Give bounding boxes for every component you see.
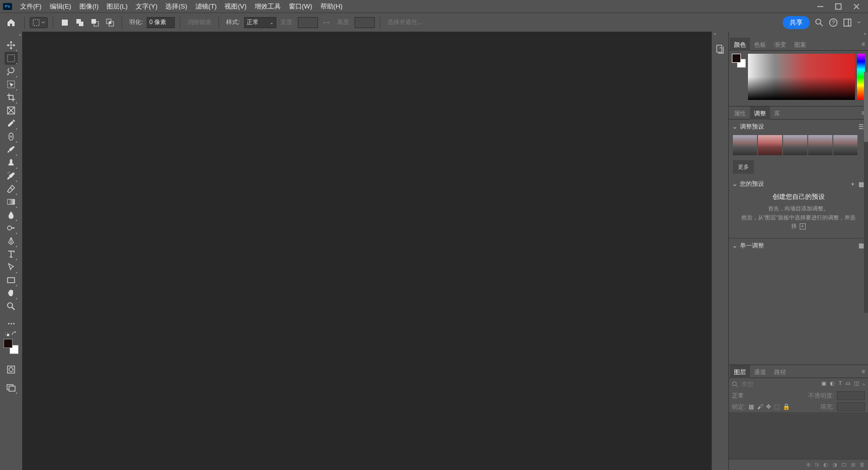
tab-library[interactable]: 库 [770, 106, 784, 120]
tab-channels[interactable]: 通道 [750, 365, 770, 378]
filter-adjust-icon[interactable]: ◐ [830, 380, 835, 388]
menu-help[interactable]: 帮助(H) [316, 0, 347, 13]
menu-filter[interactable]: 滤镜(T) [191, 0, 221, 13]
preset-thumb[interactable] [783, 135, 807, 155]
quickmask-tool[interactable] [5, 363, 18, 376]
toolbar-expand-handle[interactable]: » [0, 33, 22, 39]
lock-artboard-icon[interactable]: ⬚ [774, 403, 780, 410]
crop-tool[interactable] [5, 91, 18, 104]
tab-swatches[interactable]: 色板 [750, 38, 770, 51]
tab-properties[interactable]: 属性 [730, 106, 750, 120]
more-presets-button[interactable]: 更多 [733, 160, 754, 174]
foreground-swatch[interactable] [4, 339, 13, 348]
minimize-icon[interactable] [817, 3, 824, 10]
style-select[interactable]: 正常⌄ [244, 17, 276, 28]
tab-gradients[interactable]: 渐变 [770, 38, 790, 51]
current-tool-dropdown[interactable] [30, 17, 48, 28]
chevron-down-icon[interactable] [857, 21, 861, 25]
screenmode-tool[interactable] [5, 381, 18, 394]
menu-window[interactable]: 窗口(W) [285, 0, 316, 13]
panel-menu-icon[interactable]: ≡ [861, 41, 865, 48]
help-icon[interactable]: ? [829, 18, 838, 27]
close-icon[interactable] [853, 3, 860, 10]
single-adjustment-header[interactable]: ⌄ 单一调整 ▦ [733, 242, 864, 250]
history-brush-tool[interactable] [5, 169, 18, 182]
filter-pixel-icon[interactable]: ▣ [821, 380, 826, 388]
filter-type-icon[interactable]: T [838, 380, 842, 388]
panel-collapse-handle[interactable]: » [729, 32, 868, 38]
fill-input[interactable] [837, 402, 865, 411]
share-button[interactable]: 共享 [783, 16, 810, 29]
preset-thumb[interactable] [733, 135, 757, 155]
menu-plugins[interactable]: 增效工具 [251, 0, 285, 13]
color-field[interactable] [748, 54, 855, 100]
layer-search-input[interactable] [741, 381, 818, 388]
filter-shape-icon[interactable]: ▭ [845, 380, 850, 388]
filter-toggle-icon[interactable]: ◦ [862, 380, 865, 388]
delete-layer-icon[interactable]: 🗑 [859, 461, 865, 468]
selection-add-icon[interactable] [75, 18, 85, 28]
frame-tool[interactable] [5, 104, 18, 117]
mask-icon[interactable]: ◐ [823, 461, 828, 468]
add-preset-icon[interactable]: + [851, 181, 854, 188]
move-tool[interactable] [5, 39, 18, 52]
workspace-icon[interactable] [843, 18, 852, 27]
list-view-icon[interactable]: ☰ [858, 124, 864, 131]
swap-colors-icon[interactable] [4, 330, 19, 338]
tab-adjustments[interactable]: 调整 [750, 106, 770, 120]
new-layer-icon[interactable]: ⊞ [851, 461, 855, 468]
blur-tool[interactable] [5, 208, 18, 221]
healing-brush-tool[interactable] [5, 130, 18, 143]
menu-file[interactable]: 文件(F) [16, 0, 46, 13]
fx-icon[interactable]: fx [815, 461, 819, 468]
brush-tool[interactable] [5, 143, 18, 156]
marquee-tool[interactable] [5, 52, 18, 65]
lock-pixels-icon[interactable]: 🖌 [757, 403, 763, 410]
maximize-icon[interactable] [835, 3, 842, 10]
selection-new-icon[interactable] [60, 18, 70, 28]
fgbg-swatch[interactable] [4, 339, 19, 354]
grid-view-icon[interactable]: ▦ [858, 181, 864, 188]
blend-mode-select[interactable]: 正常 [732, 392, 805, 400]
color-fgbg-swatch[interactable] [732, 54, 746, 68]
type-tool[interactable] [5, 248, 18, 261]
collapse-handle[interactable]: « [712, 32, 728, 38]
zoom-tool[interactable] [5, 300, 18, 313]
lock-all-icon[interactable]: 🔒 [783, 403, 790, 410]
hand-tool[interactable] [5, 287, 18, 300]
preset-thumb[interactable] [808, 135, 832, 155]
panel-scrollbar[interactable] [864, 72, 868, 313]
link-layers-icon[interactable]: ⊕ [806, 461, 811, 468]
object-select-tool[interactable] [5, 78, 18, 91]
home-button[interactable] [3, 15, 19, 30]
tab-paths[interactable]: 路径 [770, 365, 790, 378]
foreground-swatch-mini[interactable] [732, 54, 741, 63]
panel-menu-icon[interactable]: ≡ [861, 368, 865, 375]
lasso-tool[interactable] [5, 65, 18, 78]
feather-input[interactable] [147, 17, 175, 28]
tab-color[interactable]: 颜色 [730, 38, 750, 51]
tab-patterns[interactable]: 图案 [790, 38, 810, 51]
search-icon[interactable] [815, 18, 824, 27]
history-panel-icon[interactable] [714, 43, 727, 56]
lock-position-icon[interactable]: ✥ [766, 403, 771, 410]
selection-intersect-icon[interactable] [105, 18, 115, 28]
eyedropper-tool[interactable] [5, 117, 18, 130]
your-presets-header[interactable]: ⌄ 您的预设 + ▦ [733, 180, 864, 188]
rectangle-tool[interactable] [5, 274, 18, 287]
selection-subtract-icon[interactable] [90, 18, 100, 28]
eraser-tool[interactable] [5, 182, 18, 195]
edit-toolbar[interactable] [5, 317, 18, 330]
preset-thumb[interactable] [833, 135, 857, 155]
menu-text[interactable]: 文字(Y) [132, 0, 161, 13]
opacity-input[interactable] [837, 391, 865, 400]
lock-transparent-icon[interactable]: ▩ [748, 403, 754, 410]
layers-list[interactable] [729, 412, 868, 459]
path-select-tool[interactable] [5, 261, 18, 274]
plus-icon[interactable]: + [800, 223, 806, 229]
gradient-tool[interactable] [5, 195, 18, 208]
menu-layer[interactable]: 图层(L) [102, 0, 132, 13]
menu-image[interactable]: 图像(I) [75, 0, 102, 13]
menu-view[interactable]: 视图(V) [221, 0, 250, 13]
filter-smart-icon[interactable]: ◫ [854, 380, 859, 388]
